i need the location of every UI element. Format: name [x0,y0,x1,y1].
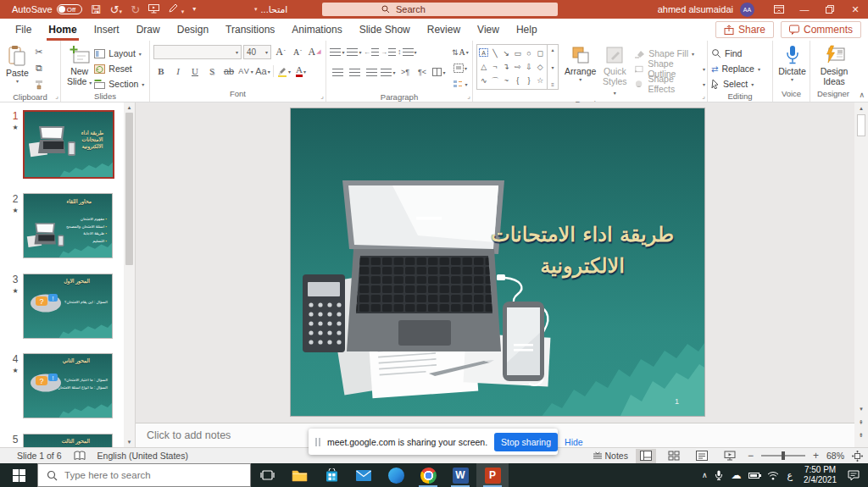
thumbnail-scrollbar[interactable]: ▴ ▾ [124,102,135,447]
edge-button[interactable] [380,463,412,487]
word-button[interactable]: W [444,463,476,487]
minimize-button[interactable]: — [792,0,817,19]
hide-banner-button[interactable]: Hide [565,437,585,447]
shape-down-arrow-icon[interactable]: ⇩ [526,63,532,71]
task-view-button[interactable] [251,463,283,487]
comments-button[interactable]: Comments [781,21,861,38]
bold-icon[interactable]: B [153,64,169,79]
font-name-combo[interactable]: ▾ [153,45,242,59]
decrease-font-size-icon[interactable]: Aˇ [290,45,305,59]
shape-left-brace-icon[interactable]: { [516,76,519,85]
slide-canvas[interactable]: طريقة اداء الامتحانات الالكترونية 1 [290,108,705,417]
quick-styles-button[interactable]: QuickStyles ▾ [598,43,631,98]
normal-view-button[interactable] [636,449,656,463]
powerpoint-button[interactable]: P [476,463,509,487]
replace-button[interactable]: ⇄ Replace▾ [711,62,760,75]
paragraph-dialog-launcher-icon[interactable]: ⌟ [467,92,470,100]
increase-font-size-icon[interactable]: Aˆ [273,45,288,59]
align-right-icon[interactable] [364,65,379,80]
restore-button[interactable] [817,0,843,19]
taskbar-search[interactable] [37,463,251,487]
mail-button[interactable] [348,463,380,487]
language-indicator[interactable]: English (United States) [97,451,188,461]
chrome-button[interactable] [412,463,444,487]
microsoft-store-button[interactable] [315,463,348,487]
start-slideshow-icon[interactable] [148,4,159,15]
increase-indent-icon[interactable]: → [381,45,396,59]
justify-icon[interactable]: ▾ [381,65,396,80]
reset-button[interactable]: Reset [94,62,144,75]
shape-line-icon[interactable]: ╲ [492,49,497,58]
onedrive-cloud-icon[interactable]: ☁ [731,469,741,481]
zoom-level[interactable]: 68% [826,451,844,461]
input-language-indicator[interactable]: ع [787,470,793,481]
spellcheck-book-icon[interactable] [74,451,86,461]
autosave-toggle[interactable]: AutoSave Off [12,4,82,14]
scroll-up-icon[interactable]: ▴ [854,105,868,112]
ribbon-display-options-icon[interactable] [766,0,792,19]
new-slide-button[interactable]: NewSlide ▾ [64,43,94,88]
bullets-icon[interactable]: ▾ [330,45,345,59]
shape-scribble-icon[interactable]: ∿ [481,76,487,85]
clipboard-dialog-launcher-icon[interactable]: ⌟ [55,92,58,100]
shape-elbow-arrow-icon[interactable]: ↴ [504,63,510,71]
scrollbar-thumb[interactable] [125,113,133,265]
numbering-icon[interactable]: ▾ [347,45,362,59]
file-explorer-button[interactable] [283,463,315,487]
font-size-combo[interactable]: 40▾ [243,45,271,59]
slideshow-view-button[interactable] [720,449,740,463]
tab-design[interactable]: Design [169,19,217,41]
shape-rectangle-icon[interactable]: ▭ [514,49,521,58]
collapse-ribbon-icon[interactable]: ∧ [859,91,865,99]
shape-elbow-connector-icon[interactable]: ¬ [492,63,497,71]
font-color-icon[interactable]: A▾ [293,64,309,79]
layout-button[interactable]: Layout▾ [94,47,144,60]
ltr-direction-icon[interactable]: >¶ [398,65,413,80]
decrease-indent-icon[interactable]: ← [364,45,379,59]
underline-icon[interactable]: U [187,64,203,79]
scrollbar-thumb[interactable] [857,114,865,136]
shadow-icon[interactable]: S [204,64,220,79]
columns-icon[interactable]: ▾ [431,65,447,80]
scroll-down-icon[interactable]: ▾ [128,439,131,445]
pen-input-icon[interactable]: ▾ [168,3,184,15]
align-center-icon[interactable] [347,65,362,80]
shape-effects-button[interactable]: Shape Effects▾ [634,77,705,91]
shapes-scroll-up-icon[interactable]: ▴ [551,47,554,53]
avatar[interactable]: AA [740,3,754,17]
share-button[interactable]: Share [715,21,774,38]
tab-slide-show[interactable]: Slide Show [351,19,419,41]
shape-star-icon[interactable]: ☆ [537,76,543,85]
character-spacing-icon[interactable]: AV▾ [238,64,253,79]
battery-icon[interactable] [748,473,760,479]
fit-slide-to-window-icon[interactable] [852,451,863,462]
find-button[interactable]: Find [711,47,760,60]
zoom-slider[interactable] [761,455,805,457]
redo-icon[interactable]: ↻ [131,4,140,15]
tab-draw[interactable]: Draw [128,19,169,41]
slide-title[interactable]: طريقة اداء الامتحانات الالكترونية [491,219,674,281]
paste-button[interactable]: Paste▾ [3,43,31,86]
taskbar-clock[interactable]: 7:50 PM 2/4/2021 [800,465,840,486]
slide-sorter-view-button[interactable] [664,449,684,463]
zoom-out-icon[interactable]: − [748,450,754,462]
vertical-scrollbar[interactable]: ▴ ▾ ⇞ ⇟ [854,102,868,447]
shape-oval-icon[interactable]: ○ [526,49,531,58]
dictate-button[interactable]: Dictate▾ [776,43,809,85]
undo-icon[interactable]: ↺▾ [110,4,122,15]
shape-right-arrow-icon[interactable]: ⇨ [515,63,521,71]
clear-formatting-icon[interactable]: A◢ [307,45,322,59]
copy-icon[interactable]: ⧉ [31,61,47,75]
save-icon[interactable]: 🖫 [91,4,102,15]
zoom-slider-thumb[interactable] [782,451,785,460]
tab-transitions[interactable]: Transitions [217,19,283,41]
shape-curve-icon[interactable]: ~ [504,76,509,85]
scroll-up-icon[interactable]: ▴ [128,104,131,111]
tab-animations[interactable]: Animations [283,19,350,41]
tab-file[interactable]: File [7,19,40,41]
tab-insert[interactable]: Insert [86,19,128,41]
reading-view-button[interactable] [692,449,712,463]
taskbar-search-input[interactable] [64,470,225,480]
drawing-dialog-launcher-icon[interactable]: ⌟ [702,92,705,100]
scroll-down-icon[interactable]: ▾ [854,406,868,412]
